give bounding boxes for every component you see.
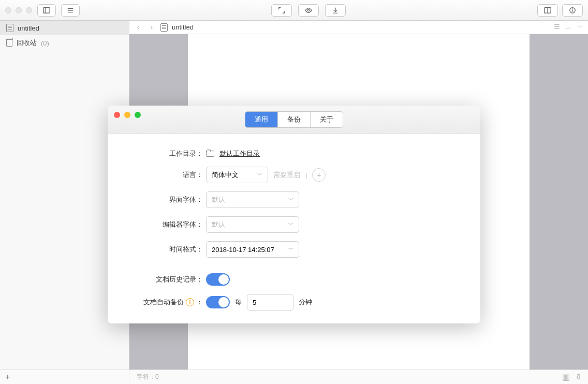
- dialog-minimize-button[interactable]: [124, 112, 130, 118]
- colon: ：: [196, 298, 203, 307]
- trash-icon: [6, 39, 12, 47]
- document-icon: [6, 24, 13, 32]
- sidebar-icon: [43, 7, 50, 14]
- auto-backup-label: 文档自动备份: [143, 298, 184, 307]
- content-document-name: untitled: [172, 23, 194, 31]
- main-toolbar: [0, 0, 588, 21]
- language-label: 语言：: [128, 170, 206, 180]
- page-margin-right: [530, 34, 588, 370]
- ui-font-value: 默认: [212, 195, 225, 204]
- sidebar-trash-count: (0): [41, 39, 49, 47]
- nav-back-button[interactable]: ‹: [134, 23, 143, 32]
- editor-font-select[interactable]: 默认 ﹀: [206, 216, 299, 233]
- chevron-down-icon: ﹀: [288, 246, 293, 253]
- toggle-sidebar-button[interactable]: [37, 4, 56, 17]
- svg-point-12: [572, 8, 573, 9]
- time-format-select[interactable]: 2018-10-17 14:25:07 ﹀: [206, 241, 299, 258]
- ui-font-select[interactable]: 默认 ﹀: [206, 191, 299, 208]
- split-view-button[interactable]: [537, 4, 558, 17]
- status-center: 字符：0: [129, 373, 556, 381]
- every-label: 每: [235, 298, 242, 307]
- editor-font-value: 默认: [212, 220, 225, 229]
- download-icon: [332, 7, 339, 14]
- warning-icon: i: [186, 298, 194, 306]
- sidebar-document-name: untitled: [18, 24, 39, 32]
- row-history: 文档历史记录：: [128, 273, 460, 286]
- svg-rect-0: [43, 7, 50, 13]
- minutes-label: 分钟: [299, 298, 312, 307]
- svg-point-5: [307, 9, 310, 11]
- time-format-value: 2018-10-17 14:25:07: [212, 246, 274, 254]
- dialog-maximize-button[interactable]: [135, 112, 141, 118]
- content-header: ‹ › untitled ☰ ︿ ﹀: [129, 21, 588, 34]
- eye-icon: [305, 7, 312, 14]
- minimize-window-button[interactable]: [16, 7, 22, 13]
- info-icon: [569, 7, 576, 14]
- dialog-tabs: 通用 备份 关于: [245, 111, 343, 128]
- row-editor-font: 编辑器字体： 默认 ﹀: [128, 216, 460, 233]
- row-ui-font: 界面字体： 默认 ﹀: [128, 191, 460, 208]
- preview-button[interactable]: [298, 4, 319, 17]
- chevron-down-icon: ﹀: [257, 171, 262, 179]
- add-button[interactable]: +: [5, 373, 10, 382]
- history-toggle[interactable]: [206, 273, 230, 286]
- language-value: 简体中文: [212, 170, 239, 180]
- document-icon: [160, 23, 168, 32]
- tab-general[interactable]: 通用: [245, 112, 278, 127]
- list-view-button[interactable]: [61, 4, 80, 17]
- status-bar: + 字符：0 ▥ ⚱: [0, 370, 588, 384]
- list-icon: [67, 7, 74, 14]
- row-work-dir: 工作目录： 默认工作目录: [128, 149, 460, 158]
- time-format-label: 时间格式：: [128, 245, 206, 254]
- collapse-up-icon[interactable]: ︿: [565, 23, 572, 32]
- sidebar-item-document[interactable]: untitled: [0, 21, 129, 35]
- filter-icon[interactable]: ⚱: [575, 372, 582, 382]
- dialog-close-button[interactable]: [114, 112, 120, 118]
- status-right: ▥ ⚱: [556, 372, 588, 382]
- auto-backup-toggle[interactable]: [206, 296, 230, 308]
- tab-backup[interactable]: 备份: [278, 112, 311, 127]
- row-language: 语言： 简体中文 ﹀ 需要重启 | +: [128, 167, 460, 183]
- char-count-value: 0: [155, 373, 159, 380]
- backup-interval-input[interactable]: [247, 294, 293, 311]
- expand-button[interactable]: [271, 4, 292, 17]
- download-button[interactable]: [325, 4, 346, 17]
- row-time-format: 时间格式： 2018-10-17 14:25:07 ﹀: [128, 241, 460, 258]
- nav-forward-button[interactable]: ›: [147, 23, 156, 32]
- history-label: 文档历史记录：: [128, 275, 206, 284]
- collapse-down-icon[interactable]: ﹀: [577, 23, 584, 32]
- status-left: +: [0, 370, 129, 384]
- chevron-down-icon: ﹀: [288, 196, 293, 203]
- work-dir-label: 工作目录：: [128, 149, 206, 158]
- add-language-button[interactable]: +: [312, 168, 326, 182]
- outline-icon[interactable]: ☰: [554, 23, 560, 32]
- dialog-titlebar: 通用 备份 关于: [108, 106, 480, 134]
- folder-icon: [206, 151, 214, 157]
- separator: |: [305, 171, 307, 179]
- sidebar-item-trash[interactable]: 回收站 (0): [0, 35, 129, 51]
- split-icon: [544, 7, 551, 14]
- sidebar-trash-label: 回收站: [17, 38, 37, 48]
- chevron-down-icon: ﹀: [288, 221, 293, 228]
- maximize-window-button[interactable]: [26, 7, 32, 13]
- ui-font-label: 界面字体：: [128, 195, 206, 204]
- close-window-button[interactable]: [5, 7, 11, 13]
- language-select[interactable]: 简体中文 ﹀: [206, 167, 268, 183]
- panel-icon[interactable]: ▥: [562, 372, 570, 382]
- work-dir-link[interactable]: 默认工作目录: [219, 149, 260, 158]
- dialog-body: 工作目录： 默认工作目录 语言： 简体中文 ﹀ 需要重启 | + 界面字体：: [108, 134, 480, 323]
- info-button[interactable]: [562, 4, 583, 17]
- tab-about[interactable]: 关于: [311, 112, 343, 127]
- main-traffic-lights: [5, 7, 32, 13]
- expand-icon: [278, 7, 285, 14]
- language-hint: 需要重启: [273, 170, 300, 180]
- editor-font-label: 编辑器字体：: [128, 220, 206, 229]
- row-auto-backup: 文档自动备份 i ： 每 分钟: [128, 294, 460, 311]
- dialog-traffic-lights: [114, 112, 141, 118]
- preferences-dialog: 通用 备份 关于 工作目录： 默认工作目录 语言： 简体中文 ﹀ 需要重启 | …: [108, 106, 480, 323]
- char-count-label: 字符：: [137, 373, 155, 380]
